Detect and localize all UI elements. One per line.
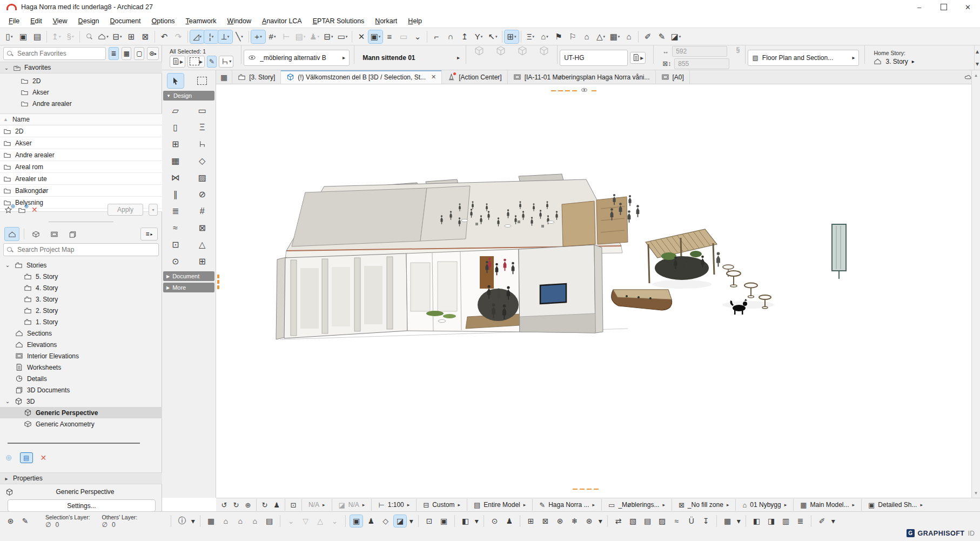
worksheet-toggle[interactable]: ▤ (263, 515, 276, 527)
fill-dropdown[interactable]: ▾ (474, 515, 479, 527)
window-tool[interactable]: ⊞ (167, 137, 184, 151)
favorites-search-input[interactable] (16, 49, 102, 58)
undo-button[interactable]: ↶ (157, 30, 171, 43)
adjust-button[interactable]: ↥ (458, 30, 472, 43)
layer-set-combo[interactable]: ⊟Custom▸ (419, 498, 465, 511)
pickup-brush-button[interactable]: ✎ (207, 56, 217, 68)
tools-wrench[interactable]: ✐ (816, 515, 828, 527)
quick-layers-button[interactable]: ⊟ (110, 30, 124, 43)
camera-position-marker[interactable] (573, 489, 599, 490)
cube-view-a[interactable]: ⊡ (423, 515, 435, 527)
compare-button[interactable]: ⌂ (580, 30, 594, 43)
pen-settings-button[interactable]: ✎ (19, 515, 31, 527)
favorites-row[interactable]: Akser (0, 137, 162, 149)
arrow-tool[interactable] (167, 74, 184, 88)
visibility-toggle[interactable]: ⊙ (488, 515, 501, 527)
table-panel-toggle[interactable]: ▦ (721, 515, 734, 527)
menu-view[interactable]: View (48, 16, 73, 26)
grid-snap-toggle[interactable]: ⊞ (525, 515, 537, 527)
favorites-header[interactable]: ⌄ Favorites (0, 62, 162, 74)
favorites-search[interactable] (3, 47, 106, 60)
menu-file[interactable]: File (3, 16, 25, 26)
door-tool[interactable]: ▯ (167, 120, 184, 135)
story-tri-down[interactable]: ▽ (299, 515, 312, 527)
settings-dropdown[interactable]: ▾ (598, 515, 603, 527)
quick-options-gear-button[interactable]: ⊛ (4, 515, 17, 527)
bookmark-button[interactable]: § (63, 30, 77, 43)
new-file-button[interactable]: ▯ (2, 30, 16, 43)
layer-combo[interactable]: _möblering alternativ B ▸ (244, 50, 350, 66)
camera-toggle[interactable]: ⊠ (539, 515, 552, 527)
measure-button[interactable]: ✐ (641, 30, 655, 43)
grid-view-button[interactable]: ▦ (122, 47, 132, 60)
favorite-folder-2d[interactable]: 2D (0, 75, 162, 86)
text-style-toggle[interactable]: Ü (685, 515, 697, 527)
object-tool-button[interactable]: ▾ (219, 56, 233, 68)
project-map-button[interactable] (4, 227, 19, 241)
favorites-row[interactable]: Andre arealer (0, 149, 162, 161)
freeze-toggle[interactable]: ❄ (568, 515, 581, 527)
cube-view-b[interactable]: ▣ (438, 515, 450, 527)
truss-tool[interactable]: △ (194, 237, 210, 252)
project-map-search[interactable] (3, 243, 159, 256)
list-panel-toggle[interactable]: ≣ (794, 515, 807, 527)
tree-details[interactable]: Details (0, 373, 162, 384)
infobox-scroll-up[interactable]: ▴ (976, 48, 979, 55)
save-button[interactable]: ▣ (16, 30, 30, 43)
favorites-button[interactable] (96, 30, 110, 43)
renovation-combo[interactable]: ◪N/A▸ (334, 498, 370, 511)
trim-button[interactable]: ⌐ (429, 30, 444, 43)
properties-header[interactable]: ▸ Properties (0, 472, 162, 484)
close-button[interactable]: ✕ (956, 0, 980, 14)
energy-button[interactable]: ⌂ (622, 30, 636, 43)
document-options-button[interactable]: ▤ (293, 30, 307, 43)
favorite-folder-akser[interactable]: Akser (0, 86, 162, 98)
render-button[interactable]: ◪ (669, 30, 683, 43)
tree-interior-elevations[interactable]: Interior Elevations (0, 350, 162, 362)
tree-stories[interactable]: ⌄Stories (0, 259, 162, 271)
fills-toggle[interactable]: ▨ (656, 515, 668, 527)
scroll-down-icon[interactable]: ▾ (975, 490, 977, 496)
tree-sections[interactable]: Sections (0, 328, 162, 339)
menu-edit[interactable]: Edit (25, 16, 48, 26)
tree-story-3[interactable]: 3. Story (0, 293, 162, 305)
fill-bucket[interactable]: ◧ (459, 515, 472, 527)
add-favorite-button[interactable]: ⊕ (4, 206, 12, 214)
graphisoft-id-badge[interactable]: G GRAPHISOFT ID (907, 529, 975, 537)
opening-tool[interactable]: ⊘ (194, 187, 210, 202)
chevron-right-icon[interactable]: ▸ (912, 58, 915, 64)
tree-scroll-divider[interactable] (8, 443, 140, 444)
split-button[interactable]: Y (472, 30, 486, 43)
menu-eptar-solutions[interactable]: EPTAR Solutions (307, 16, 370, 26)
capture-button[interactable]: ⊠ (138, 30, 152, 43)
ifc-button[interactable]: ▦ (608, 30, 622, 43)
minimize-button[interactable]: – (907, 0, 931, 14)
scroll-up-icon[interactable]: ▴ (975, 72, 977, 78)
delete-view-button[interactable]: ✕ (41, 453, 47, 462)
zoom-in-button[interactable]: ⊕ (242, 499, 254, 510)
favorites-row[interactable]: Areal rom (0, 161, 162, 173)
tab-a0[interactable]: [A0] (656, 70, 690, 84)
sun-position-marker[interactable] (551, 86, 596, 95)
tab-close-icon[interactable]: ✕ (431, 74, 436, 81)
slab-tool[interactable]: ▭ (194, 103, 210, 118)
renovation-filter-combo[interactable]: ⌂01 Nybygg▸ (738, 498, 791, 511)
element-transfer-button[interactable]: ⊞ (124, 30, 138, 43)
curtain-wall-tool[interactable]: ▦ (167, 153, 184, 168)
layout-book-button[interactable] (47, 228, 61, 241)
tree-3d[interactable]: ⌄3D (0, 396, 162, 407)
favorites-row[interactable]: Balkongdør (0, 185, 162, 197)
sun-settings[interactable]: ⊛ (554, 515, 566, 527)
mesh-tool[interactable]: ▨ (194, 170, 210, 185)
pick-params-button[interactable]: ↖ (486, 30, 500, 43)
shading-mode[interactable]: ◪ (394, 515, 406, 527)
favorite-folder-andre-arealer[interactable]: Andre arealer (0, 98, 162, 109)
single-view-button[interactable]: ▢ (134, 47, 144, 60)
wave-toggle[interactable]: ≈ (670, 515, 683, 527)
roof-tool[interactable]: ⋈ (167, 170, 184, 185)
3d-window-settings[interactable]: ▣ (350, 515, 363, 527)
tree-generic-axonometry[interactable]: Generic Axonometry (0, 418, 162, 430)
width-field[interactable]: 592 (672, 46, 727, 57)
design-option-combo[interactable]: ▦Main Model...▸ (796, 498, 859, 511)
favorites-settings-button[interactable]: ⊛▸ (147, 47, 159, 60)
